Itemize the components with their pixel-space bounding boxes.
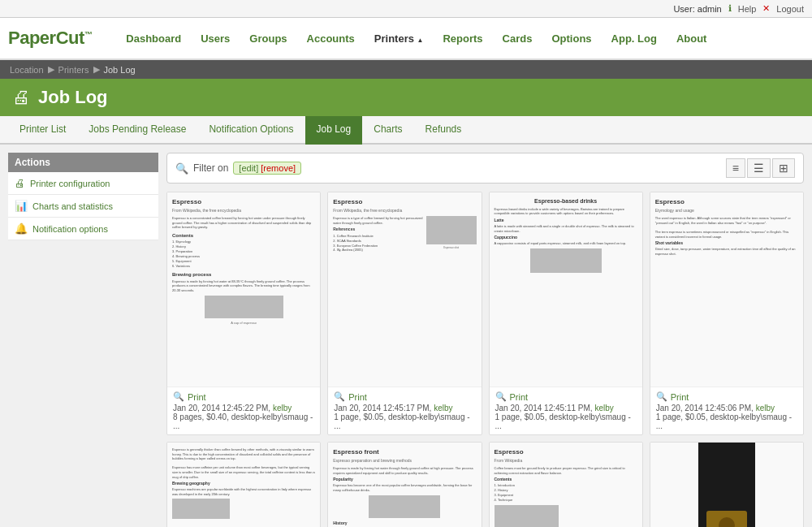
- sidebar-icon: 🖨: [15, 177, 25, 189]
- filter-badge: [edit] [remove]: [233, 162, 301, 175]
- thumb-preview-5: Espresso front Espresso preparation and …: [328, 443, 481, 527]
- thumb-meta-1: 1 page, $0.05, desktop-kelby\smaug - ...: [334, 413, 475, 430]
- sidebar-item-notification-options[interactable]: 🔔Notification options: [8, 218, 158, 240]
- thumb-preview-4: Espresso is generally thicker than coffe…: [167, 443, 320, 527]
- breadcrumb-location[interactable]: Location: [10, 65, 44, 75]
- topbar: User: admin ℹ Help ✕ Logout: [0, 0, 812, 18]
- print-icon-3: 🔍: [656, 391, 667, 402]
- logo-tm: ™: [84, 30, 93, 39]
- nav-item-accounts[interactable]: Accounts: [297, 26, 365, 51]
- filter-bar: 🔍 Filter on [edit] [remove] ≡ ☰ ⊞: [166, 153, 804, 184]
- thumb-preview-6: Espresso From Wikipedia Coffee beans mus…: [490, 443, 642, 527]
- thumb-card-4[interactable]: Espresso is generally thicker than coffe…: [166, 442, 321, 527]
- nav-item-users[interactable]: Users: [191, 26, 240, 51]
- nav-item-options[interactable]: Options: [542, 26, 601, 51]
- filter-remove-link[interactable]: [remove]: [261, 163, 296, 173]
- thumb-preview-2: Espresso-based drinks Espresso-based dri…: [490, 192, 642, 387]
- thumb-meta-3: 1 page, $0.05, desktop-kelby\smaug - ...: [656, 413, 797, 430]
- thumb-info-2: 🔍 Print Jan 20, 2014 12:45:11 PM, kelby …: [490, 387, 642, 434]
- sidebar-item-printer-configuration[interactable]: 🖨Printer configuration: [8, 172, 158, 195]
- thumb-user-3[interactable]: kelby: [756, 404, 775, 413]
- thumb-card-7[interactable]: Brewing ThePerfect Cup Mr Espresso 🔍 Pri…: [650, 442, 804, 527]
- thumb-date-0: Jan 20, 2014 12:45:22 PM, kelby: [173, 404, 314, 413]
- thumb-info-1: 🔍 Print Jan 20, 2014 12:45:17 PM, kelby …: [328, 387, 481, 434]
- sidebar-item-charts-and-statistics[interactable]: 📊Charts and statistics: [8, 195, 158, 218]
- sidebar-item-label: Notification options: [32, 224, 108, 234]
- logout-link[interactable]: Logout: [776, 4, 804, 14]
- close-icon: ✕: [762, 3, 770, 14]
- thumb-card-1[interactable]: Espresso From Wikipedia, the free encycl…: [327, 192, 482, 435]
- search-icon: 🔍: [175, 162, 188, 175]
- topbar-right: User: admin ℹ Help ✕ Logout: [673, 3, 804, 14]
- user-label: User: admin: [673, 4, 721, 14]
- print-icon-0: 🔍: [173, 391, 184, 402]
- nav-item-about[interactable]: About: [667, 26, 717, 51]
- filter-label: Filter on: [193, 162, 228, 174]
- filter-edit-link[interactable]: [edit]: [239, 163, 258, 173]
- thumb-date-3: Jan 20, 2014 12:45:06 PM, kelby: [656, 404, 797, 413]
- sub-nav-item-refunds[interactable]: Refunds: [414, 116, 473, 145]
- thumb-preview-7: Brewing ThePerfect Cup Mr Espresso: [650, 443, 803, 527]
- thumb-print-row-1: 🔍 Print: [334, 391, 475, 402]
- thumb-card-6[interactable]: Espresso From Wikipedia Coffee beans mus…: [489, 442, 643, 527]
- sidebar-icon: 🔔: [15, 222, 28, 235]
- view-grid-button[interactable]: ⊞: [772, 158, 795, 178]
- breadcrumb-sep-2: ▶: [93, 64, 100, 75]
- sub-nav-item-notification-options[interactable]: Notification Options: [197, 116, 304, 145]
- nav-item-dashboard[interactable]: Dashboard: [116, 26, 191, 51]
- thumb-print-label-1[interactable]: Print: [348, 392, 367, 402]
- view-toggle: ≡ ☰ ⊞: [726, 158, 795, 178]
- breadcrumb-printers[interactable]: Printers: [58, 65, 89, 75]
- nav-item-printers[interactable]: Printers ▲: [365, 26, 434, 51]
- thumb-info-0: 🔍 Print Jan 20, 2014 12:45:22 PM, kelby …: [167, 387, 320, 434]
- breadcrumb-sep-1: ▶: [48, 64, 54, 75]
- help-link[interactable]: Help: [738, 4, 757, 14]
- nav-item-cards[interactable]: Cards: [493, 26, 542, 51]
- sidebar-icon: 📊: [15, 200, 28, 212]
- print-icon-1: 🔍: [334, 391, 345, 402]
- print-icon-2: 🔍: [495, 391, 507, 402]
- sub-nav-item-printer-list[interactable]: Printer List: [8, 116, 77, 145]
- thumb-user-0[interactable]: kelby: [273, 404, 292, 413]
- view-list-button[interactable]: ≡: [726, 158, 745, 178]
- sidebar-item-label: Printer configuration: [30, 179, 110, 188]
- thumb-card-0[interactable]: Espresso From Wikipedia, the free encycl…: [166, 192, 321, 435]
- logo: PaperCut™: [8, 28, 92, 49]
- printer-icon: 🖨: [12, 87, 30, 108]
- thumb-print-label-3[interactable]: Print: [671, 392, 689, 402]
- thumb-card-3[interactable]: Espresso Etymology and usage The word es…: [650, 192, 804, 435]
- view-detail-button[interactable]: ☰: [747, 158, 771, 178]
- thumb-print-label-0[interactable]: Print: [188, 392, 206, 402]
- nav-item-reports[interactable]: Reports: [433, 26, 492, 51]
- info-icon: ℹ: [728, 3, 732, 14]
- thumb-meta-0: 8 pages, $0.40, desktop-kelby\smaug - ..…: [173, 413, 314, 430]
- thumb-user-1[interactable]: kelby: [434, 404, 452, 413]
- thumb-card-5[interactable]: Espresso front Espresso preparation and …: [327, 442, 482, 527]
- filter-left: 🔍 Filter on [edit] [remove]: [175, 162, 301, 175]
- thumb-info-3: 🔍 Print Jan 20, 2014 12:45:06 PM, kelby …: [650, 387, 803, 434]
- nav-item-app.-log[interactable]: App. Log: [602, 26, 667, 51]
- thumb-meta-2: 1 page, $0.05, desktop-kelby\smaug - ...: [495, 413, 637, 430]
- thumb-preview-1: Espresso From Wikipedia, the free encycl…: [328, 192, 481, 387]
- thumb-date-1: Jan 20, 2014 12:45:17 PM, kelby: [334, 404, 475, 413]
- page-title: Job Log: [38, 87, 108, 108]
- sub-nav-item-job-log[interactable]: Job Log: [305, 116, 363, 145]
- logo-text: PaperCut™: [8, 28, 92, 49]
- sidebar-items: 🖨Printer configuration📊Charts and statis…: [8, 172, 158, 240]
- sidebar: Actions 🖨Printer configuration📊Charts an…: [8, 153, 158, 527]
- sub-nav-item-jobs-pending-release[interactable]: Jobs Pending Release: [77, 116, 197, 145]
- breadcrumb-current: Job Log: [104, 65, 136, 75]
- main-content: 🔍 Filter on [edit] [remove] ≡ ☰ ⊞ Espres…: [166, 153, 804, 527]
- breadcrumb: Location ▶ Printers ▶ Job Log: [0, 60, 812, 79]
- thumb-print-row-2: 🔍 Print: [495, 391, 637, 402]
- thumb-card-2[interactable]: Espresso-based drinks Espresso-based dri…: [489, 192, 643, 435]
- nav-item-groups[interactable]: Groups: [240, 26, 296, 51]
- thumb-preview-3: Espresso Etymology and usage The word es…: [650, 192, 803, 387]
- sub-nav: Printer ListJobs Pending ReleaseNotifica…: [0, 116, 812, 145]
- sidebar-title: Actions: [8, 153, 158, 172]
- sub-nav-item-charts[interactable]: Charts: [362, 116, 413, 145]
- main-nav: DashboardUsersGroupsAccountsPrinters ▲Re…: [116, 26, 716, 51]
- thumb-user-2[interactable]: kelby: [594, 404, 613, 413]
- thumbnail-grid: Espresso From Wikipedia, the free encycl…: [166, 192, 804, 527]
- thumb-print-label-2[interactable]: Print: [510, 392, 529, 402]
